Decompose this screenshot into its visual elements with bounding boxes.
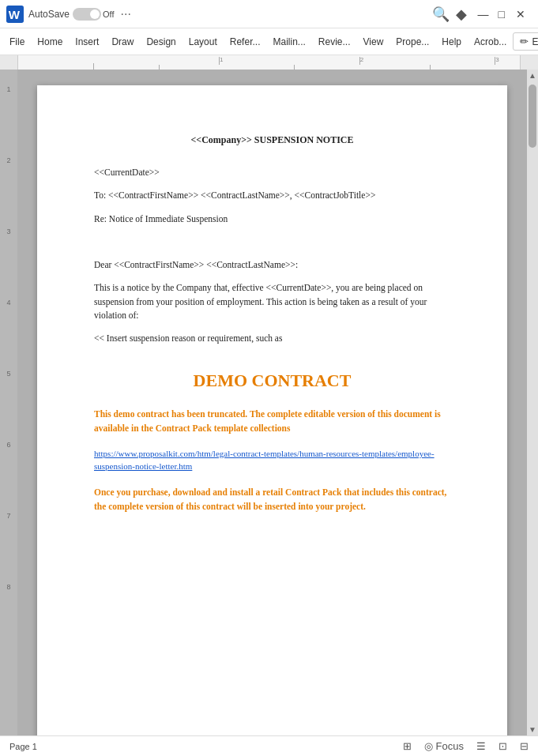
ruler: 1 2 3 — [0, 55, 538, 70]
document-page[interactable]: <<Company>> SUSPENSION NOTICE <<CurrentD… — [37, 85, 507, 735]
word-logo-icon: W — [6, 6, 24, 23]
menu-properties[interactable]: Prope... — [389, 32, 435, 52]
more-options-icon[interactable]: ··· — [121, 7, 131, 21]
autosave-label: AutoSave — [28, 9, 70, 20]
status-bar: Page 1 ⊞ ◎ Focus ☰ ⊡ ⊟ — [0, 735, 538, 756]
page-marker-7: 7 — [6, 512, 10, 520]
demo-text-2: Once you purchase, download and install … — [94, 486, 450, 514]
demo-link[interactable]: https://www.proposalkit.com/htm/legal-co… — [94, 447, 450, 473]
status-icon-1[interactable]: ⊞ — [403, 740, 412, 752]
page-info: Page 1 — [9, 742, 37, 751]
insert-line: << Insert suspension reason or requireme… — [94, 332, 450, 345]
scrollbar[interactable]: ▲ ▼ — [527, 70, 538, 735]
menu-file[interactable]: File — [3, 32, 31, 52]
ruler-body: 1 2 3 — [17, 55, 521, 70]
menu-draw[interactable]: Draw — [105, 32, 140, 52]
scroll-thumb[interactable] — [529, 85, 536, 148]
close-button[interactable]: ✕ — [510, 6, 532, 22]
editing-label: Editing — [532, 36, 538, 47]
svg-text:W: W — [9, 7, 21, 21]
focus-mode-icon[interactable]: ◎ Focus — [424, 740, 464, 752]
page-marker-3: 3 — [6, 228, 10, 235]
menu-view[interactable]: View — [357, 32, 390, 52]
toggle-state-label: Off — [103, 9, 114, 19]
menu-mailings[interactable]: Mailin... — [266, 32, 311, 52]
ruler-tick-7: 3 — [495, 57, 498, 65]
title-bar: W AutoSave Off ··· 🔍 ◆ — □ ✕ — [0, 0, 538, 28]
page-marker-2: 2 — [6, 156, 10, 164]
menu-help[interactable]: Help — [435, 32, 468, 52]
ruler-tick-3: 1 — [219, 57, 223, 65]
ruler-tick-5: 2 — [359, 57, 363, 65]
status-icon-4[interactable]: ⊡ — [498, 740, 507, 752]
menu-insert[interactable]: Insert — [69, 32, 105, 52]
demo-text-1: This demo contract has been truncated. T… — [94, 408, 450, 436]
menu-bar: File Home Insert Draw Design Layout Refe… — [0, 28, 538, 55]
status-icon-3[interactable]: ☰ — [476, 740, 486, 752]
scroll-up-icon[interactable]: ▲ — [527, 70, 538, 81]
status-icon-5[interactable]: ⊟ — [520, 740, 529, 752]
maximize-button[interactable]: □ — [494, 6, 510, 22]
minimize-button[interactable]: — — [473, 6, 494, 22]
main-area: 1 2 3 4 5 6 7 8 <<Company>> SUSPENSION N… — [0, 70, 538, 735]
document-wrapper[interactable]: <<Company>> SUSPENSION NOTICE <<CurrentD… — [17, 70, 527, 735]
ruler-tick-1 — [93, 63, 94, 70]
menu-references[interactable]: Refer... — [224, 32, 267, 52]
menu-review[interactable]: Revie... — [312, 32, 357, 52]
page-marker-4: 4 — [6, 299, 10, 307]
page-marker-8: 8 — [6, 583, 10, 591]
pencil-icon: ✏ — [520, 36, 529, 47]
scroll-down-icon[interactable]: ▼ — [527, 724, 538, 735]
diamond-icon[interactable]: ◆ — [456, 6, 467, 23]
salutation: Dear <<ContractFirstName>> <<ContractLas… — [94, 258, 450, 272]
document-title: <<Company>> SUSPENSION NOTICE — [94, 133, 450, 147]
page-marker-1: 1 — [6, 85, 10, 93]
current-date-field: <<CurrentDate>> — [94, 166, 450, 179]
editing-button[interactable]: ✏ Editing ▾ — [513, 32, 538, 51]
menu-home[interactable]: Home — [31, 32, 69, 52]
search-icon[interactable]: 🔍 — [432, 6, 450, 23]
blank-line — [94, 235, 450, 249]
page-marker-6: 6 — [6, 441, 10, 449]
menu-acrobat[interactable]: Acrob... — [468, 32, 513, 52]
body-paragraph-1: This is a notice by the Company that, ef… — [94, 281, 450, 322]
ruler-tick-2 — [159, 65, 160, 70]
menu-design[interactable]: Design — [140, 32, 182, 52]
left-margin: 1 2 3 4 5 6 7 8 — [0, 70, 17, 735]
ruler-tick-4 — [294, 65, 295, 70]
to-line: To: <<ContractFirstName>> <<ContractLast… — [94, 189, 450, 202]
autosave-toggle[interactable] — [73, 8, 101, 21]
re-line: Re: Notice of Immediate Suspension — [94, 213, 450, 226]
demo-contract-title: DEMO CONTRACT — [94, 367, 450, 393]
menu-layout[interactable]: Layout — [182, 32, 224, 52]
ruler-tick-6 — [430, 65, 431, 70]
page-marker-5: 5 — [6, 370, 10, 378]
toggle-knob — [90, 9, 100, 19]
